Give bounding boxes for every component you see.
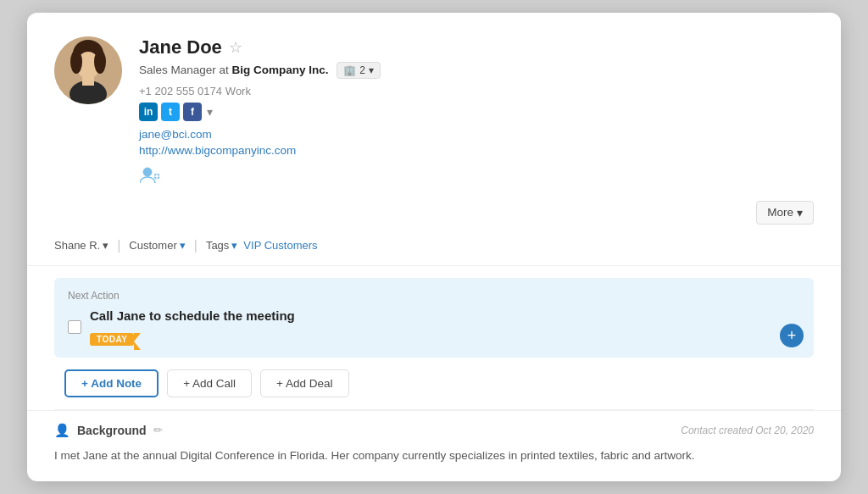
background-title-row: 👤 Background ✏ [54, 423, 163, 438]
add-contact-icon[interactable] [139, 164, 163, 187]
linkedin-icon[interactable]: in [139, 103, 158, 121]
svg-point-4 [94, 50, 106, 74]
favorite-icon[interactable]: ☆ [229, 38, 242, 57]
action-buttons-row: + Add Note + Add Call + Add Deal [54, 369, 814, 397]
edit-icon[interactable]: ✏ [153, 424, 163, 436]
background-section: 👤 Background ✏ Contact created Oct 20, 2… [27, 410, 841, 482]
tags-row: Shane R. ▾ | Customer ▾ | Tags ▾ VIP Cus… [27, 231, 841, 266]
profile-title: Sales Manager at Big Company Inc. 🏢 2 ▾ [139, 62, 814, 79]
svg-point-3 [70, 50, 82, 74]
today-badge: TODAY [90, 333, 134, 346]
add-note-button[interactable]: + Add Note [64, 369, 159, 397]
contact-name: Jane Doe [139, 36, 222, 58]
profile-section: Jane Doe ☆ Sales Manager at Big Company … [27, 13, 841, 201]
next-action-section: Next Action Call Jane to schedule the me… [54, 278, 814, 358]
svg-rect-6 [82, 77, 94, 86]
more-button[interactable]: More ▾ [756, 201, 814, 225]
contact-card: Jane Doe ☆ Sales Manager at Big Company … [27, 13, 841, 482]
next-action-label: Next Action [68, 290, 800, 302]
profile-info: Jane Doe ☆ Sales Manager at Big Company … [139, 36, 814, 187]
facebook-icon[interactable]: f [183, 103, 202, 121]
svg-point-7 [143, 168, 152, 176]
person-icon: 👤 [54, 423, 70, 438]
twitter-icon[interactable]: t [161, 103, 180, 121]
more-row: More ▾ [27, 201, 841, 231]
company-badge[interactable]: 🏢 2 ▾ [337, 62, 381, 79]
social-more-icon[interactable]: ▾ [205, 105, 214, 119]
website-link[interactable]: http://www.bigcompanyinc.com [139, 144, 814, 157]
task-checkbox[interactable] [68, 320, 81, 334]
building-icon: 🏢 [343, 64, 356, 76]
background-header: 👤 Background ✏ Contact created Oct 20, 2… [54, 423, 814, 438]
email-link[interactable]: jane@bci.com [139, 128, 814, 141]
tag-separator-2: | [194, 238, 198, 253]
add-call-button[interactable]: + Add Call [167, 369, 252, 397]
background-body: I met Jane at the annual Digital Confere… [54, 447, 814, 465]
owner-tag[interactable]: Shane R. ▾ [54, 239, 108, 252]
background-title: Background [77, 424, 147, 437]
social-row: in t f ▾ [139, 103, 814, 121]
created-text: Contact created Oct 20, 2020 [681, 425, 814, 436]
avatar [54, 36, 122, 104]
task-text-wrapper: Call Jane to schedule the meeting TODAY [90, 308, 295, 346]
customer-tag[interactable]: Customer ▾ [129, 239, 185, 252]
next-action-row: Call Jane to schedule the meeting TODAY [68, 308, 800, 346]
add-deal-button[interactable]: + Add Deal [260, 369, 348, 397]
phone-row: +1 202 555 0174 Work [139, 84, 814, 97]
tag-separator-1: | [117, 238, 120, 253]
tags-tag[interactable]: Tags ▾ VIP Customers [206, 239, 318, 252]
add-action-button[interactable]: + [780, 324, 804, 347]
name-row: Jane Doe ☆ [139, 36, 814, 58]
task-text: Call Jane to schedule the meeting [90, 308, 295, 323]
